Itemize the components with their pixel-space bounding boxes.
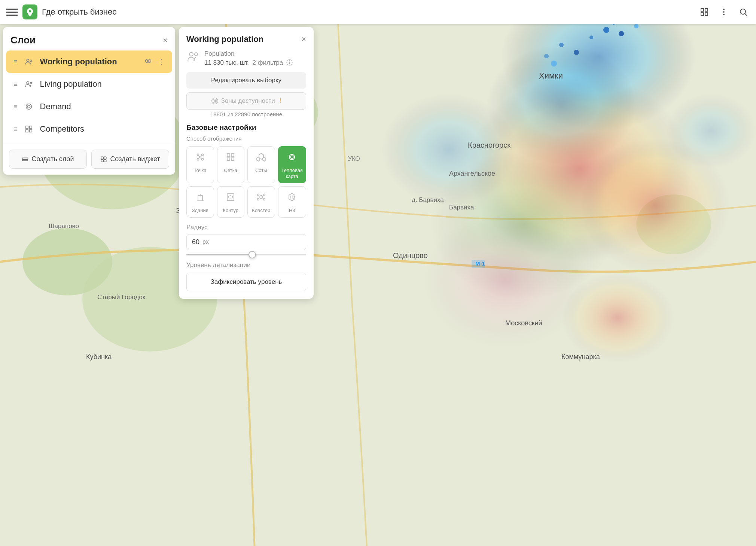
svg-rect-63 bbox=[22, 158, 28, 159]
svg-point-13 bbox=[561, 273, 674, 363]
svg-rect-92 bbox=[229, 195, 232, 199]
display-modes-grid: Точка Сетка Соты Тепловая карта Здания К… bbox=[186, 146, 306, 218]
svg-text:Барвиха: Барвиха bbox=[449, 204, 474, 211]
svg-rect-68 bbox=[101, 159, 104, 162]
svg-point-56 bbox=[30, 82, 32, 84]
svg-marker-85 bbox=[257, 157, 260, 161]
wp-close-button[interactable]: × bbox=[301, 34, 306, 44]
svg-point-53 bbox=[146, 59, 151, 63]
mode-btn-heatmap[interactable]: Тепловая карта bbox=[278, 146, 306, 183]
zones-button[interactable]: Зоны доступности ! bbox=[186, 92, 306, 110]
svg-rect-59 bbox=[25, 126, 28, 128]
radius-unit: px bbox=[202, 239, 209, 245]
radius-slider[interactable] bbox=[186, 254, 306, 255]
svg-rect-61 bbox=[25, 130, 28, 132]
svg-line-50 bbox=[745, 14, 747, 16]
mode-icon-contour bbox=[225, 192, 236, 205]
layer-name-competitors: Competitors bbox=[40, 124, 165, 134]
svg-text:Шарапово: Шарапово bbox=[49, 223, 79, 230]
mode-btn-h3[interactable]: H3 Н3 bbox=[278, 186, 306, 218]
fix-level-button[interactable]: Зафиксировать уровень bbox=[186, 273, 306, 291]
svg-point-76 bbox=[201, 154, 203, 156]
section-base-title: Базовые настройки bbox=[186, 123, 306, 132]
more-icon[interactable]: ⋮ bbox=[158, 58, 165, 66]
mode-btn-grid[interactable]: Сетка bbox=[217, 146, 245, 183]
drag-icon: ≡ bbox=[13, 58, 18, 66]
svg-point-48 bbox=[723, 14, 725, 15]
svg-point-93 bbox=[260, 196, 263, 199]
mode-label-buildings: Здания bbox=[192, 208, 208, 214]
mode-icon-grid bbox=[225, 152, 236, 165]
svg-rect-43 bbox=[705, 9, 708, 11]
svg-point-77 bbox=[197, 159, 199, 160]
svg-text:Архангельское: Архангельское bbox=[449, 170, 495, 177]
layer-name-working-population: Working population bbox=[40, 57, 138, 67]
layer-item-living-population[interactable]: ≡ Living population bbox=[6, 73, 172, 95]
create-layer-button[interactable]: Создать слой bbox=[9, 150, 87, 169]
layers-panel-close[interactable]: × bbox=[163, 36, 168, 45]
mode-btn-buildings[interactable]: Здания bbox=[186, 186, 214, 218]
zones-warning-icon: ! bbox=[280, 97, 281, 105]
svg-rect-42 bbox=[701, 9, 704, 11]
svg-rect-91 bbox=[227, 194, 234, 200]
mode-icon-point bbox=[195, 152, 205, 165]
svg-point-19 bbox=[634, 24, 638, 28]
svg-point-95 bbox=[263, 194, 265, 196]
edit-selection-button[interactable]: Редактировать выборку bbox=[186, 72, 306, 89]
population-value: 11 830 тыс. шт. 2 фильтра ⓘ bbox=[204, 58, 293, 67]
mode-label-hex: Соты bbox=[255, 168, 267, 174]
mode-btn-hex[interactable]: Соты bbox=[247, 146, 275, 183]
more-icon[interactable] bbox=[717, 5, 731, 19]
search-icon[interactable] bbox=[737, 5, 750, 19]
mode-btn-cluster[interactable]: Кластер bbox=[247, 186, 275, 218]
layers-panel-title: Слои bbox=[10, 34, 36, 46]
svg-rect-44 bbox=[701, 13, 704, 15]
svg-point-11 bbox=[382, 93, 516, 206]
zones-sub-text: 18801 из 22890 построение bbox=[186, 111, 306, 117]
svg-rect-45 bbox=[705, 13, 708, 15]
svg-point-94 bbox=[257, 194, 259, 196]
svg-rect-83 bbox=[231, 158, 234, 160]
zones-label: Зоны доступности bbox=[221, 97, 275, 105]
mode-icon-heatmap bbox=[287, 152, 297, 165]
svg-rect-90 bbox=[198, 196, 202, 201]
population-info-row: Population 11 830 тыс. шт. 2 фильтра ⓘ bbox=[186, 50, 306, 67]
mode-btn-point[interactable]: Точка bbox=[186, 146, 214, 183]
layer-item-competitors[interactable]: ≡ Competitors bbox=[6, 118, 172, 140]
svg-point-79 bbox=[199, 156, 201, 158]
create-widget-button[interactable]: Создать виджет bbox=[91, 150, 169, 169]
info-icon[interactable]: ⓘ bbox=[286, 59, 293, 66]
layers-panel-header: Слои × bbox=[3, 27, 175, 50]
grid-icon[interactable] bbox=[698, 5, 711, 19]
working-population-panel: Working population × Population 11 830 т… bbox=[179, 27, 314, 299]
section-display-label: Способ отображения bbox=[186, 135, 306, 142]
svg-point-18 bbox=[589, 36, 593, 39]
create-layer-label: Создать слой bbox=[31, 155, 74, 163]
svg-rect-62 bbox=[29, 130, 31, 132]
svg-text:Химки: Химки bbox=[539, 71, 563, 80]
drag-icon: ≡ bbox=[13, 125, 18, 133]
svg-text:Одинцово: Одинцово bbox=[393, 251, 428, 260]
svg-point-17 bbox=[619, 31, 624, 36]
wp-title: Working population bbox=[186, 34, 263, 44]
radius-input-row: 60 px bbox=[186, 234, 306, 250]
layers-panel: Слои × ≡ Working population ⋮ ≡ Living p… bbox=[3, 27, 175, 175]
mode-icon-hex bbox=[256, 152, 266, 165]
mode-btn-contour[interactable]: Контур bbox=[217, 186, 245, 218]
topbar: Где открыть бизнес bbox=[0, 0, 756, 24]
radius-label: Радиус bbox=[186, 224, 207, 231]
svg-text:Московский: Московский bbox=[505, 319, 542, 327]
mode-label-heatmap: Тепловая карта bbox=[281, 168, 303, 179]
svg-point-96 bbox=[257, 199, 259, 200]
mode-label-h3: Н3 bbox=[289, 208, 295, 214]
create-widget-label: Создать виджет bbox=[110, 155, 160, 163]
svg-text:Коммунарка: Коммунарка bbox=[561, 353, 600, 361]
svg-point-46 bbox=[723, 9, 725, 10]
layer-item-demand[interactable]: ≡ Demand bbox=[6, 95, 172, 118]
layers-list: ≡ Working population ⋮ ≡ Living populati… bbox=[3, 50, 175, 140]
eye-icon[interactable] bbox=[144, 57, 152, 67]
hamburger-button[interactable] bbox=[6, 6, 18, 18]
layer-item-working-population[interactable]: ≡ Working population ⋮ bbox=[6, 50, 172, 73]
layer-name-demand: Demand bbox=[40, 102, 165, 111]
svg-rect-80 bbox=[227, 154, 230, 156]
